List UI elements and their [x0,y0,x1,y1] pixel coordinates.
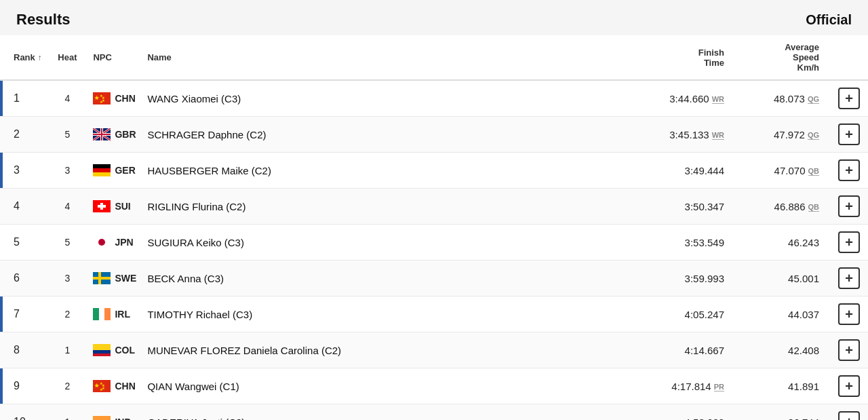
table-row: 92★★★★★CHNQIAN Wangwei (C1)4:17.814PR41.… [0,368,868,404]
rank-value: 6 [14,272,20,284]
avg-speed-cell: 46.243 [735,225,830,261]
expand-button[interactable]: + [838,159,860,181]
avg-badge: QB [808,167,820,176]
rank-value: 5 [14,236,20,248]
heat-cell: 1 [47,332,87,368]
avg-speed-cell: 45.001 [735,261,830,297]
table-body: 14★★★★★CHNWANG Xiaomei (C3)3:44.660WR48.… [0,80,868,420]
npc-cell: GER [87,153,142,189]
avg-speed-value: 45.001 [788,273,819,284]
name-cell: TIMOTHY Richael (C3) [142,297,627,332]
avg-speed-value: 46.886 [774,201,806,212]
expand-cell: + [830,404,868,421]
table-header-row: Rank ↑ Heat NPC Name FinishTime [0,35,868,80]
rank-cell: 10 [0,404,47,421]
avg-speed-cell: 46.886QB [735,189,830,225]
npc-code: GBR [115,129,136,140]
rank-cell: 9 [0,368,47,404]
finish-badge: WR [712,95,724,104]
finish-time-cell: 3:50.347 [627,189,735,225]
npc-cell: JPN [87,225,142,261]
heat-cell: 5 [47,225,87,261]
expand-button[interactable]: + [838,88,860,109]
finish-time-value: 3:59.993 [685,273,724,284]
svg-rect-15 [93,164,111,168]
name-cell: SCHRAGER Daphne (C2) [142,117,627,153]
rank-value: 2 [14,128,20,140]
flag-icon [93,272,111,284]
finish-time-value: 3:49.444 [685,165,724,176]
heat-cell: 5 [47,117,87,153]
results-table-wrap: Rank ↑ Heat NPC Name FinishTime [0,35,868,420]
name-cell: QIAN Wangwei (C1) [142,368,627,404]
flag-icon [93,308,111,320]
expand-cell: + [830,368,868,404]
expand-button[interactable]: + [838,267,860,289]
svg-rect-20 [98,205,106,208]
rank-cell: 6 [0,261,47,297]
rank-label: Rank [14,52,35,62]
svg-rect-16 [93,168,111,172]
table-row: 55JPNSUGIURA Keiko (C3)3:53.54946.243+ [0,225,868,261]
avg-speed-value: 41.891 [788,381,819,392]
svg-text:★: ★ [94,383,100,389]
col-npc-header: NPC [87,35,142,80]
expand-button[interactable]: + [838,339,860,361]
col-avg-header: AverageSpeedKm/h [735,35,830,80]
expand-cell: + [830,153,868,189]
col-rank-header[interactable]: Rank ↑ [0,35,47,80]
finish-time-value: 4:53.929 [685,417,724,421]
npc-code: GER [115,165,135,176]
avg-speed-value: 44.037 [788,309,819,320]
rank-cell: 5 [0,225,47,261]
npc-code: IRL [115,309,130,320]
name-cell: RIGLING Flurina (C2) [142,189,627,225]
finish-badge: PR [714,383,724,392]
expand-button[interactable]: + [838,411,860,420]
rank-value: 9 [14,380,20,392]
col-name-header: Name [142,35,627,80]
avg-speed-value: 42.408 [788,345,819,356]
svg-rect-38 [93,416,111,420]
flag-icon [93,344,111,356]
col-finish-header: FinishTime [627,35,735,80]
heat-cell: 4 [47,189,87,225]
flag-icon [93,416,111,420]
finish-time-value: 3:44.660 [669,93,709,104]
expand-button[interactable]: + [838,231,860,253]
npc-code: COL [115,345,135,356]
finish-time-cell: 4:17.814PR [627,368,735,404]
expand-button[interactable]: + [838,195,860,217]
rank-value: 10 [14,416,26,420]
expand-cell: + [830,261,868,297]
npc-code: SUI [115,201,130,212]
expand-button[interactable]: + [838,123,860,145]
flag-icon [93,236,111,248]
rank-value: 3 [14,164,20,176]
heat-cell: 2 [47,297,87,332]
npc-cell: SUI [87,189,142,225]
finish-time-cell: 3:59.993 [627,261,735,297]
table-row: 44SUIRIGLING Flurina (C2)3:50.34746.886Q… [0,189,868,225]
rank-bar [0,81,3,116]
finish-time-cell: 3:44.660WR [627,80,735,117]
expand-button[interactable]: + [838,303,860,325]
expand-cell: + [830,189,868,225]
heat-cell: 1 [47,404,87,421]
svg-rect-31 [93,354,111,356]
rank-bar [0,368,3,404]
rank-value: 1 [14,92,20,104]
avg-speed-cell: 44.037 [735,297,830,332]
svg-rect-14 [93,134,111,135]
npc-cell: ★★★★★CHN [87,80,142,117]
rank-bar [0,153,3,188]
expand-button[interactable]: + [838,375,860,397]
npc-cell: SWE [87,261,142,297]
avg-speed-value: 46.243 [788,237,819,248]
heat-cell: 3 [47,153,87,189]
rank-cell: 1 [0,80,47,117]
npc-cell: COL [87,332,142,368]
avg-speed-value: 36.744 [788,417,819,421]
svg-rect-24 [93,277,111,280]
rank-cell: 2 [0,117,47,153]
